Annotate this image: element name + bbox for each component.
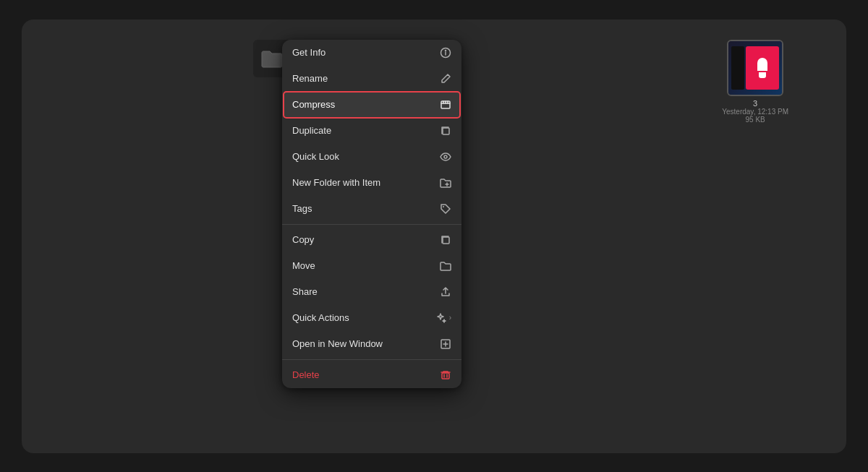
menu-item-label-new-folder: New Folder with Item [292, 177, 380, 188]
menu-item-label-get-info: Get Info [292, 47, 326, 58]
menu-item-label-move: Move [292, 260, 315, 271]
quick-actions-right: › [435, 312, 451, 324]
plus-square-icon [440, 338, 451, 350]
menu-item-label-copy: Copy [292, 234, 314, 245]
menu-item-label-tags: Tags [292, 203, 312, 214]
compress-icon [440, 99, 451, 111]
menu-item-share[interactable]: Share [282, 279, 461, 305]
svg-rect-13 [443, 237, 449, 244]
menu-item-copy[interactable]: Copy [282, 227, 461, 253]
menu-item-get-info[interactable]: Get Info [282, 40, 461, 66]
svg-point-2 [446, 50, 446, 51]
pencil-icon [440, 73, 451, 85]
menu-item-label-duplicate: Duplicate [292, 125, 331, 136]
menu-item-duplicate[interactable]: Duplicate [282, 118, 461, 144]
eye-icon [440, 151, 451, 163]
menu-item-label-quick-look: Quick Look [292, 151, 339, 162]
svg-rect-17 [442, 373, 449, 379]
menu-item-rename[interactable]: Rename [282, 66, 461, 92]
chevron-right-icon: › [449, 314, 451, 322]
menu-item-label-share: Share [292, 286, 318, 297]
menu-item-move[interactable]: Move [282, 253, 461, 279]
context-menu: Get Info Rename Compress [282, 40, 461, 388]
menu-item-new-folder[interactable]: New Folder with Item [282, 170, 461, 196]
menu-item-label-open-new-window: Open in New Window [292, 338, 383, 349]
svg-point-9 [444, 155, 447, 158]
duplicate-icon [440, 125, 451, 137]
tag-icon [440, 203, 451, 215]
menu-item-label-rename: Rename [292, 73, 328, 84]
menu-item-quick-look[interactable]: Quick Look [282, 144, 461, 170]
file-size: 95 KB [722, 116, 788, 124]
share-icon [440, 286, 451, 298]
info-icon [440, 47, 451, 59]
folder-plus-icon [440, 177, 451, 189]
sparkle-icon [435, 312, 446, 324]
menu-item-label-quick-actions: Quick Actions [292, 312, 349, 323]
svg-point-12 [443, 206, 444, 207]
thumbnail-image [727, 40, 783, 96]
copy-icon [440, 234, 451, 246]
menu-item-tags[interactable]: Tags [282, 196, 461, 222]
file-name: 3 [722, 99, 788, 108]
file-metadata: 3 Yesterday, 12:13 PM 95 KB [722, 99, 788, 124]
menu-item-delete[interactable]: Delete [282, 362, 461, 388]
menu-item-open-new-window[interactable]: Open in New Window [282, 331, 461, 357]
menu-item-label-compress: Compress [292, 99, 335, 110]
file-thumbnail: 3 Yesterday, 12:13 PM 95 KB [722, 40, 788, 124]
separator-1 [282, 224, 461, 225]
trash-icon [440, 369, 451, 381]
file-date: Yesterday, 12:13 PM [722, 108, 788, 116]
menu-item-label-delete: Delete [292, 369, 320, 380]
screen: 3 Yesterday, 12:13 PM 95 KB Get Info Ren… [22, 20, 846, 453]
menu-item-compress[interactable]: Compress [284, 92, 460, 118]
folder-icon [440, 260, 451, 272]
menu-item-quick-actions[interactable]: Quick Actions › [282, 305, 461, 331]
separator-2 [282, 359, 461, 360]
svg-rect-8 [443, 128, 449, 134]
